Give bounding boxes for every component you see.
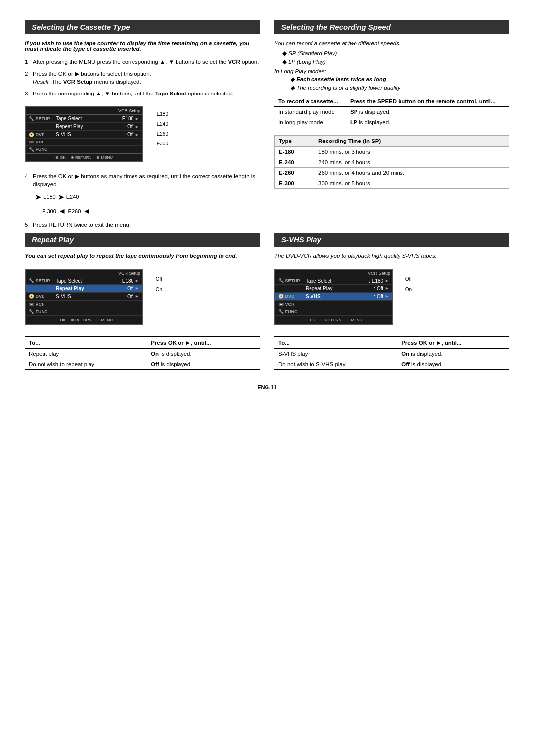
type-e180: E-180: [275, 147, 314, 157]
long-play-label: In Long Play modes:: [274, 68, 509, 74]
cassette-step-list-2: 4 Press the OK or ▶ buttons as many time…: [25, 172, 260, 188]
display-mode-lp: In long play mode: [274, 117, 346, 128]
svhs-btn-menu: ⊕ MENU: [346, 318, 362, 322]
repeat-btn-ok: ⊕ OK: [55, 318, 66, 322]
menu-item-svhs: S-VHS: [56, 132, 124, 137]
recording-col-type: Type: [275, 136, 314, 147]
long-play-bullet-2-text: The recording is of a slightly lower qua…: [296, 85, 400, 91]
menu-value-tape: E180: [122, 116, 134, 121]
menu-icon-vcr: 📼 VCR: [29, 140, 56, 144]
display-col1-header: To record a cassette...: [274, 96, 346, 107]
cassette-section: Selecting the Cassette Type If you wish …: [25, 20, 260, 233]
svhs-menu-arrow-tape: ►: [385, 278, 389, 283]
long-play-bullets: Each cassette lasts twice as long The re…: [290, 76, 509, 91]
repeat-press-off: Off is displayed.: [147, 359, 260, 369]
svhs-menu-row-vcr: 📼 VCR: [275, 301, 392, 308]
svhs-menu-item-svhs: S-VHS: [306, 294, 374, 299]
recording-row-e240: E-240 240 mins. or 4 hours: [275, 157, 509, 168]
repeat-menu-arrow-tape: ►: [135, 278, 139, 283]
long-play-bullet-1-text: Each cassette lasts twice as long: [296, 76, 386, 82]
speed-lp-text: LP (Long Play): [288, 59, 326, 65]
svhs-col-to: To...: [274, 337, 398, 349]
long-play-bullet-2: The recording is of a slightly lower qua…: [290, 84, 509, 91]
repeat-menu-wrapper: VCR Setup 🔧 SETUP Tape Select : E180 ► R…: [25, 264, 143, 330]
cassette-menu-bottom: ⊕ OK ⊕ RETURN ⊕ MENU: [26, 153, 142, 161]
svhs-row-off: Do not wish to S-VHS play Off is display…: [274, 359, 509, 369]
flow-dash: —: [35, 208, 40, 214]
time-e180: 180 mins. or 3 hours: [314, 147, 509, 157]
repeat-intro: You can set repeat play to repeat the ta…: [25, 253, 260, 259]
menu-row-repeat: Repeat Play : Off ►: [26, 123, 142, 131]
repeat-menu-item-svhs: S-VHS: [56, 294, 124, 299]
cassette-flow-diagram: ➤ E180 ➤ E240: [35, 192, 260, 202]
svhs-to-press-table: To... Press OK or ►, until... S-VHS play…: [274, 336, 509, 370]
repeat-menu-row-svhs: 📀 DVD S-VHS : Off ►: [26, 293, 142, 301]
svhs-menu-item-repeat: Repeat Play: [306, 286, 374, 291]
display-table-header: To record a cassette... Press the SPEED …: [274, 96, 509, 107]
label-e240: E240: [157, 119, 168, 129]
repeat-table-header: To... Press OK or ►, until...: [25, 337, 260, 349]
menu-item-tape: Tape Select: [56, 116, 122, 121]
repeat-col-press: Press OK or ►, until...: [147, 337, 260, 349]
repeat-menu-value-repeat: Off: [127, 286, 134, 291]
flow-e180: E180: [43, 194, 56, 200]
label-e300: E300: [157, 139, 168, 149]
svhs-menu-wrapper: VCR Setup 🔧 SETUP Tape Select : E180 ► R…: [274, 264, 393, 330]
repeat-col-to: To...: [25, 337, 147, 349]
type-e260: E-260: [275, 168, 314, 178]
menu-btn-ok: ⊕ OK: [55, 155, 66, 160]
type-e240: E-240: [275, 157, 314, 168]
step-4: 4 Press the OK or ▶ buttons as many time…: [25, 172, 260, 188]
speed-sp-text: SP (Standard Play): [288, 50, 337, 56]
menu-arrow-repeat: ►: [135, 124, 139, 129]
step-3-bold: Tape Select: [155, 91, 186, 96]
step-1: 1 After pressing the MENU press the corr…: [25, 58, 260, 66]
svhs-menu-value-svhs: : Off: [374, 294, 383, 299]
step-2-result: Result:: [33, 79, 50, 85]
repeat-side-labels: Off On: [156, 274, 162, 295]
svhs-to-off: Do not wish to S-VHS play: [274, 359, 398, 369]
flow-e240: E240: [66, 194, 79, 200]
menu-row-func: 🔧 FUNC: [26, 146, 142, 153]
step-1-num: 1: [25, 58, 28, 66]
step-3: 3 Press the corresponding ▲, ▼ buttons, …: [25, 90, 260, 97]
time-e240: 240 mins. or 4 hours: [314, 157, 509, 168]
menu-btn-return: ⊕ RETURN: [71, 155, 92, 160]
repeat-section-title: Repeat Play: [25, 233, 260, 247]
cassette-menu-wrapper: VCR Setup 🔧 SETUP Tape Select E180 ► Rep…: [25, 101, 143, 167]
step-2-bold: VCR Setup: [63, 79, 92, 85]
svhs-menu-title: VCR Setup: [275, 270, 392, 277]
display-row-lp: In long play mode LP is displayed.: [274, 117, 509, 128]
svhs-table-header: To... Press OK or ►, until...: [274, 337, 509, 349]
repeat-btn-menu: ⊕ MENU: [96, 318, 113, 322]
svhs-menu-item-tape: Tape Select: [306, 278, 369, 284]
repeat-menu-arrow-svhs: ►: [135, 294, 139, 299]
menu-icon-dvd: 📀 DVD: [29, 132, 56, 137]
page-number: ENG-11: [25, 384, 509, 390]
svhs-section-title: S-VHS Play: [274, 233, 509, 247]
label-e180: E180: [157, 109, 168, 119]
svhs-menu-icon-func: 🔧 FUNC: [278, 309, 306, 314]
svhs-to-on: S-VHS play: [274, 348, 398, 359]
step-2: 2 Press the OK or ▶ buttons to select th…: [25, 70, 260, 86]
repeat-menu-bottom: ⊕ OK ⊕ RETURN ⊕ MENU: [26, 316, 142, 324]
repeat-menu-title: VCR Setup: [26, 270, 142, 277]
step-5: 5 Press RETURN twice to exit the menu.: [25, 221, 260, 229]
svhs-label-off: Off: [405, 274, 412, 284]
repeat-press-on: On is displayed.: [147, 348, 260, 359]
svhs-intro: The DVD-VCR allows you to playback high …: [274, 253, 509, 259]
recording-row-e180: E-180 180 mins. or 3 hours: [275, 147, 509, 157]
cassette-step-list-3: 5 Press RETURN twice to exit the menu.: [25, 221, 260, 229]
repeat-menu-icon-dvd: 📀 DVD: [29, 294, 56, 299]
long-play-bullet-1: Each cassette lasts twice as long: [290, 76, 509, 83]
svhs-press-off: Off is displayed.: [398, 359, 509, 369]
speed-sp: SP (Standard Play): [282, 50, 509, 57]
repeat-row-off: Do not wish to repeat play Off is displa…: [25, 359, 260, 369]
repeat-row-on: Repeat play On is displayed.: [25, 348, 260, 359]
menu-icon-func: 🔧 FUNC: [29, 147, 56, 152]
flow-arrow-left2: ◄: [83, 207, 90, 216]
svhs-menu-mockup: VCR Setup 🔧 SETUP Tape Select : E180 ► R…: [274, 269, 393, 325]
step-5-num: 5: [25, 221, 28, 229]
svhs-section: S-VHS Play The DVD-VCR allows you to pla…: [274, 233, 509, 370]
repeat-label-off: Off: [156, 274, 162, 284]
